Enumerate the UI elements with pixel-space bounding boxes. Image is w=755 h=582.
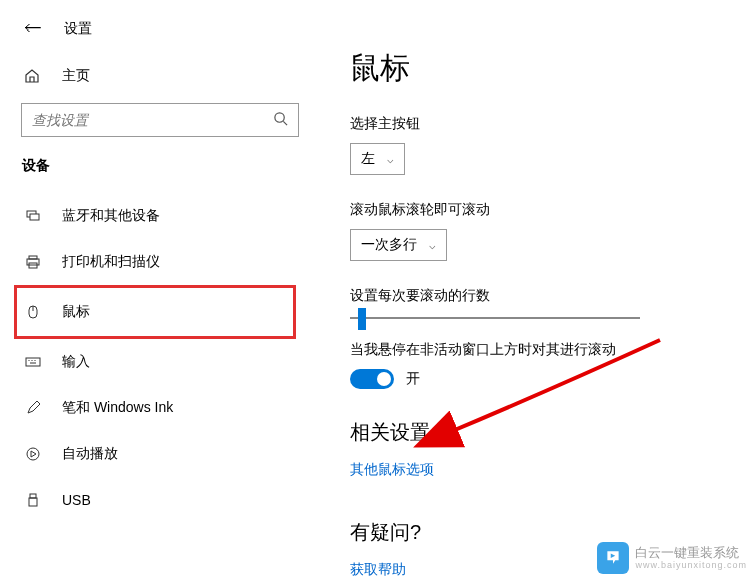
home-icon <box>24 68 40 84</box>
sidebar-item-printers[interactable]: 打印机和扫描仪 <box>20 239 330 285</box>
settings-title: 设置 <box>64 20 92 38</box>
slider-thumb[interactable] <box>358 308 366 330</box>
sidebar-item-pen[interactable]: 笔和 Windows Ink <box>20 385 330 431</box>
toggle-state-label: 开 <box>406 370 420 388</box>
toggle-knob <box>377 372 391 386</box>
svg-rect-15 <box>30 494 36 498</box>
usb-icon <box>24 491 42 509</box>
lines-label: 设置每次要滚动的行数 <box>350 287 755 305</box>
sidebar-item-label: 蓝牙和其他设备 <box>62 207 160 225</box>
pen-icon <box>24 399 42 417</box>
svg-rect-3 <box>30 214 39 220</box>
sidebar-item-label: USB <box>62 492 91 508</box>
sidebar-item-mouse[interactable]: 鼠标 <box>14 285 296 339</box>
search-box[interactable] <box>21 103 299 137</box>
svg-point-0 <box>275 112 284 121</box>
sidebar-item-label: 输入 <box>62 353 90 371</box>
lines-slider[interactable] <box>350 317 640 319</box>
autoplay-icon <box>24 445 42 463</box>
sidebar-item-label: 鼠标 <box>62 303 90 321</box>
home-nav[interactable]: 主页 <box>20 67 330 85</box>
watermark: 白云一键重装系统 www.baiyunxitong.com <box>597 542 747 574</box>
dropdown-value: 左 <box>361 150 375 168</box>
sidebar-item-label: 笔和 Windows Ink <box>62 399 173 417</box>
sidebar-item-label: 自动播放 <box>62 445 118 463</box>
back-icon[interactable]: 🡐 <box>24 18 42 39</box>
watermark-text-2: www.baiyunxitong.com <box>635 560 747 571</box>
sidebar-item-usb[interactable]: USB <box>20 477 330 523</box>
sidebar-item-autoplay[interactable]: 自动播放 <box>20 431 330 477</box>
primary-button-label: 选择主按钮 <box>350 115 755 133</box>
svg-rect-9 <box>26 358 40 366</box>
bluetooth-icon <box>24 207 42 225</box>
section-header: 设备 <box>20 157 330 175</box>
chevron-down-icon: ⌵ <box>387 153 394 166</box>
sidebar-item-typing[interactable]: 输入 <box>20 339 330 385</box>
keyboard-icon <box>24 353 42 371</box>
search-icon <box>273 111 288 130</box>
svg-line-1 <box>283 121 287 125</box>
page-title: 鼠标 <box>350 48 755 89</box>
home-label: 主页 <box>62 67 90 85</box>
chevron-down-icon: ⌵ <box>429 239 436 252</box>
hover-toggle[interactable] <box>350 369 394 389</box>
get-help-link[interactable]: 获取帮助 <box>350 561 406 579</box>
sidebar-item-label: 打印机和扫描仪 <box>62 253 160 271</box>
printer-icon <box>24 253 42 271</box>
sidebar-item-bluetooth[interactable]: 蓝牙和其他设备 <box>20 193 330 239</box>
scroll-dropdown[interactable]: 一次多行 ⌵ <box>350 229 447 261</box>
search-input[interactable] <box>32 112 273 128</box>
mouse-icon <box>24 303 42 321</box>
svg-point-14 <box>27 448 39 460</box>
related-settings-header: 相关设置 <box>350 419 755 446</box>
other-mouse-options-link[interactable]: 其他鼠标选项 <box>350 461 434 479</box>
dropdown-value: 一次多行 <box>361 236 417 254</box>
hover-label: 当我悬停在非活动窗口上方时对其进行滚动 <box>350 341 755 359</box>
scroll-label: 滚动鼠标滚轮即可滚动 <box>350 201 755 219</box>
watermark-text-1: 白云一键重装系统 <box>635 545 747 561</box>
primary-button-dropdown[interactable]: 左 ⌵ <box>350 143 405 175</box>
watermark-logo-icon <box>597 542 629 574</box>
svg-rect-16 <box>29 498 37 506</box>
